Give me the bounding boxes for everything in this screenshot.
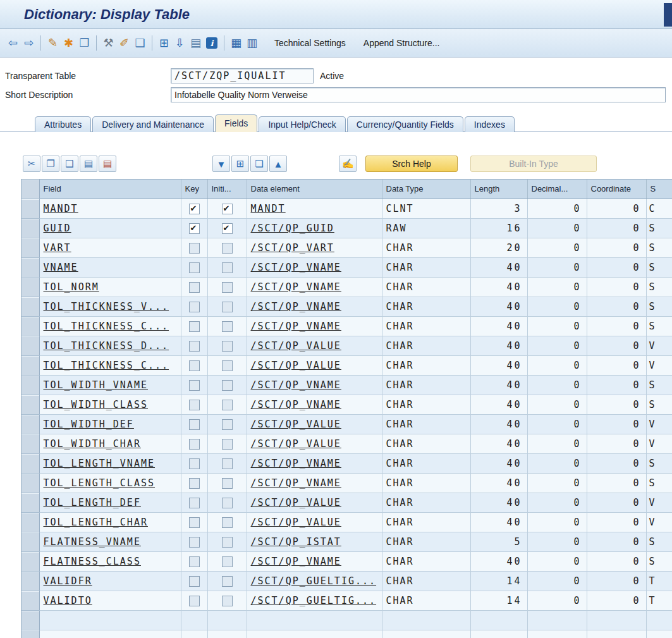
column-header-short[interactable]: S [646, 180, 672, 199]
row-selector[interactable] [21, 199, 39, 218]
activate-icon[interactable]: ❑ [132, 35, 148, 51]
data-element-link[interactable]: /SCT/QP_VNAME [251, 301, 341, 312]
key-checkbox-unchecked[interactable] [189, 341, 200, 352]
key-checkbox-unchecked[interactable] [189, 458, 200, 469]
initial-checkbox-unchecked[interactable] [222, 341, 233, 352]
table-contents-icon[interactable]: ▥ [244, 35, 260, 51]
column-header-dtype[interactable]: Data Type [382, 180, 470, 199]
select-all-header[interactable] [21, 180, 39, 199]
delete-row-icon[interactable]: ▤ [99, 156, 116, 172]
row-selector[interactable] [21, 277, 39, 297]
row-selector[interactable] [21, 532, 39, 551]
row-selector[interactable] [21, 218, 39, 238]
data-element-link[interactable]: /SCT/QP_VALUE [251, 438, 341, 450]
copy-object-icon[interactable]: ❐ [76, 35, 92, 51]
key-checkbox-unchecked[interactable] [189, 439, 200, 450]
initial-checkbox-unchecked[interactable] [222, 439, 233, 450]
key-checkbox-unchecked[interactable] [189, 556, 200, 567]
data-element-link[interactable]: /SCT/QP_VNAME [251, 281, 341, 293]
field-link[interactable]: VART [44, 242, 71, 254]
column-header-field[interactable]: Field [39, 180, 181, 199]
row-selector[interactable] [21, 238, 39, 257]
sort-descending-icon[interactable]: ⇩ [172, 35, 188, 51]
tab-delivery-and-maintenance[interactable]: Delivery and Maintenance [92, 116, 214, 132]
field-link[interactable]: TOL_LENGTH_CLASS [44, 477, 156, 489]
column-header-coord[interactable]: Coordinate [587, 180, 646, 199]
key-checkbox-unchecked[interactable] [189, 498, 200, 508]
row-selector[interactable] [21, 493, 39, 512]
initial-checkbox-unchecked[interactable] [222, 400, 233, 410]
key-checkbox-unchecked[interactable] [189, 243, 200, 254]
detail-view-icon[interactable]: ▤ [188, 35, 204, 51]
data-element-link[interactable]: /SCT/QP_VNAME [251, 556, 341, 567]
initial-checkbox-unchecked[interactable] [222, 321, 233, 332]
key-checkbox-unchecked[interactable] [189, 400, 200, 410]
insert-entry-icon[interactable]: ⊞ [231, 156, 249, 172]
data-element-link[interactable]: /SCT/QP_VNAME [251, 379, 341, 391]
move-entry-icon[interactable]: ▲ [269, 156, 287, 172]
initial-checkbox-unchecked[interactable] [222, 302, 233, 312]
field-link[interactable]: TOL_LENGTH_DEF [44, 497, 141, 508]
data-element-link[interactable]: /SCT/QP_VART [251, 242, 334, 254]
row-selector[interactable] [21, 453, 39, 473]
field-link[interactable]: VNAME [44, 262, 78, 273]
row-selector[interactable] [21, 336, 39, 355]
field-link[interactable]: TOL_WIDTH_CHAR [44, 438, 141, 450]
initial-checkbox-unchecked[interactable] [222, 243, 233, 254]
field-link[interactable]: FLATNESS_VNAME [44, 536, 141, 548]
data-element-link[interactable]: /SCT/QP_VALUE [251, 419, 341, 430]
row-selector[interactable] [21, 297, 39, 316]
tab-indexes[interactable]: Indexes [465, 116, 515, 132]
data-element-link[interactable]: /SCT/QP_GUID [251, 223, 334, 234]
initial-checkbox-unchecked[interactable] [222, 556, 233, 567]
check-object-icon[interactable]: ✐ [116, 35, 132, 51]
row-selector[interactable] [21, 257, 39, 277]
table-name-field[interactable]: /SCT/ZQP_IQUALIT [171, 68, 314, 83]
column-header-len[interactable]: Length [470, 180, 527, 199]
data-element-link[interactable]: /SCT/QP_VNAME [251, 477, 341, 489]
short-description-field[interactable]: Infotabelle Quality Norm Verweise [171, 87, 666, 102]
tab-attributes[interactable]: Attributes [35, 116, 91, 132]
field-link[interactable]: TOL_THICKNESS_C... [44, 360, 169, 371]
key-checkbox-unchecked[interactable] [189, 380, 200, 391]
data-element-link[interactable]: /SCT/QP_VNAME [251, 262, 341, 273]
row-selector[interactable] [21, 434, 39, 453]
row-selector[interactable] [21, 630, 39, 638]
data-element-link[interactable]: MANDT [251, 203, 286, 214]
initial-checkbox-unchecked[interactable] [222, 380, 233, 391]
data-element-link[interactable]: /SCT/QP_VALUE [251, 497, 341, 508]
key-checkbox-checked[interactable] [189, 223, 200, 234]
where-used-icon[interactable]: ⚒ [101, 35, 116, 51]
initial-checkbox-unchecked[interactable] [222, 360, 233, 371]
row-selector[interactable] [21, 551, 39, 571]
row-selector[interactable] [21, 375, 39, 395]
initial-checkbox-unchecked[interactable] [222, 517, 233, 528]
search-help-icon[interactable]: ✍ [339, 156, 357, 172]
hierarchy-icon[interactable]: ⊞ [156, 35, 172, 51]
data-element-link[interactable]: /SCT/QP_GUELTIG... [251, 575, 377, 587]
column-header-init[interactable]: Initi... [207, 180, 247, 199]
data-element-link[interactable]: /SCT/QP_VALUE [251, 340, 341, 352]
field-link[interactable]: GUID [44, 223, 71, 234]
initial-checkbox-unchecked[interactable] [222, 262, 233, 273]
copy-icon[interactable]: ❐ [42, 156, 59, 172]
copy-entry-icon[interactable]: ❏ [250, 156, 268, 172]
data-element-link[interactable]: /SCT/QP_VNAME [251, 399, 341, 410]
insert-row-icon[interactable]: ▤ [80, 156, 97, 172]
field-link[interactable]: VALIDFR [44, 575, 92, 587]
srch-help-button[interactable]: Srch Help [365, 156, 458, 172]
field-link[interactable]: TOL_LENGTH_CHAR [44, 517, 148, 528]
data-element-link[interactable]: /SCT/QP_VALUE [251, 517, 341, 528]
field-link[interactable]: TOL_THICKNESS_V... [44, 301, 169, 312]
key-checkbox-unchecked[interactable] [189, 321, 200, 332]
key-checkbox-unchecked[interactable] [189, 419, 200, 430]
row-selector[interactable] [21, 610, 39, 630]
row-selector[interactable] [21, 395, 39, 414]
column-header-delem[interactable]: Data element [247, 180, 382, 199]
row-selector[interactable] [21, 571, 39, 591]
key-checkbox-unchecked[interactable] [189, 282, 200, 293]
field-link[interactable]: TOL_WIDTH_CLASS [44, 399, 148, 410]
field-link[interactable]: FLATNESS_CLASS [44, 556, 141, 567]
key-checkbox-unchecked[interactable] [189, 478, 200, 489]
initial-checkbox-unchecked[interactable] [222, 458, 233, 469]
